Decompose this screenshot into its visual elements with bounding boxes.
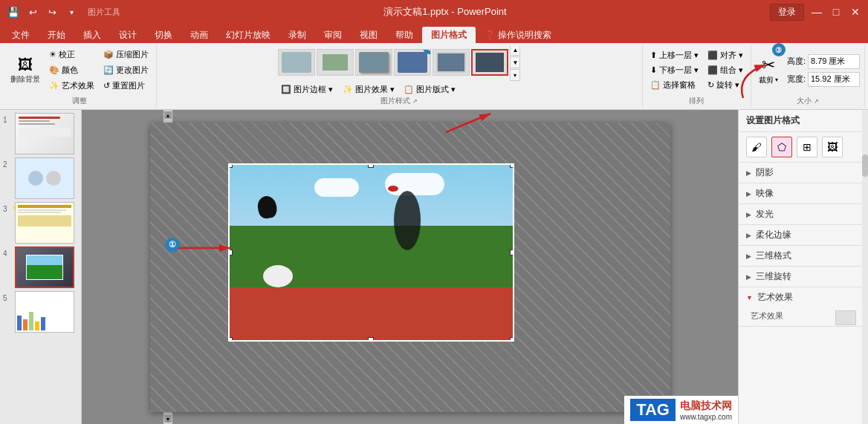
tab-picture-format[interactable]: 图片格式 — [422, 27, 476, 43]
scroll-up[interactable]: ▲ — [164, 111, 172, 119]
pic-style-thumb-4[interactable]: ② — [394, 49, 431, 76]
slide-img-3[interactable] — [15, 202, 74, 244]
customize-icon[interactable]: ▾ — [64, 4, 79, 19]
pic-border-button[interactable]: 🔲 图片边框 ▾ — [278, 82, 336, 94]
slide-thumb-5[interactable]: 5 — [3, 291, 78, 333]
pic-style-thumb-2[interactable] — [317, 49, 354, 76]
format-icon-paint[interactable]: 🖌 — [746, 137, 767, 157]
section-reflection-header[interactable]: ▶ 映像 — [739, 183, 868, 203]
login-button[interactable]: 登录 — [770, 4, 804, 21]
selection-pane-button[interactable]: 📋 选择窗格 — [647, 78, 702, 92]
section-art-effect[interactable]: ▼ 艺术效果 艺术效果 — [739, 287, 868, 327]
handle-br[interactable] — [510, 337, 514, 342]
pic-style-thumb-6[interactable] — [471, 49, 508, 76]
pic-effect-button[interactable]: ✨ 图片效果 ▾ — [340, 82, 398, 94]
tab-file[interactable]: 文件 — [3, 27, 39, 43]
handle-bm[interactable] — [368, 337, 374, 342]
section-3d-rotation-header[interactable]: ▶ 三维旋转 — [739, 267, 868, 287]
remove-bg-button[interactable]: 🖼 删除背景 — [7, 55, 43, 86]
slide-img-1[interactable] — [15, 113, 74, 154]
art-effect-button[interactable]: ✨ 艺术效果 — [46, 79, 97, 93]
tab-review[interactable]: 审阅 — [315, 27, 351, 43]
slide-thumb-1[interactable]: 1 — [3, 113, 78, 154]
scroll-down[interactable]: ▼ — [164, 415, 172, 423]
tab-transition[interactable]: 切换 — [146, 27, 181, 43]
section-art-effect-header[interactable]: ▼ 艺术效果 — [739, 287, 868, 307]
chevron-shadow: ▶ — [746, 169, 751, 177]
tab-search[interactable]: ❓ 操作说明搜索 — [476, 27, 560, 43]
section-reflection[interactable]: ▶ 映像 — [739, 183, 868, 204]
slide-img-5[interactable] — [15, 291, 74, 333]
panel-scroll-thumb[interactable] — [862, 154, 868, 177]
redo-icon[interactable]: ↪ — [45, 4, 59, 19]
rotate-button[interactable]: ↻ 旋转 ▾ — [705, 78, 746, 92]
pic-style-thumb-1[interactable] — [278, 49, 315, 76]
minimize-button[interactable]: — — [810, 5, 823, 19]
handle-mr[interactable] — [510, 249, 514, 255]
section-shadow-header[interactable]: ▶ 阴影 — [739, 163, 868, 183]
section-3d-format-header[interactable]: ▶ 三维格式 — [739, 246, 868, 266]
slide-thumb-2[interactable]: 2 — [3, 157, 78, 199]
expand-icon[interactable]: ↗ — [412, 98, 418, 105]
section-soft-edge-header[interactable]: ▶ 柔化边缘 — [739, 225, 868, 245]
undo-icon[interactable]: ↩ — [25, 4, 40, 19]
correct-button[interactable]: ☀ 校正 — [46, 48, 97, 62]
slide-img-2[interactable] — [15, 157, 74, 199]
section-glow-header[interactable]: ▶ 发光 — [739, 204, 868, 224]
section-shadow[interactable]: ▶ 阴影 — [739, 163, 868, 183]
selected-image[interactable] — [228, 163, 514, 342]
section-soft-edge[interactable]: ▶ 柔化边缘 — [739, 225, 868, 246]
tab-animation[interactable]: 动画 — [181, 27, 217, 43]
tab-insert[interactable]: 插入 — [74, 27, 110, 43]
section-3d-format[interactable]: ▶ 三维格式 — [739, 246, 868, 267]
section-3d-rotation[interactable]: ▶ 三维旋转 — [739, 267, 868, 287]
handle-tr[interactable] — [510, 163, 514, 168]
tab-home[interactable]: 开始 — [39, 27, 74, 43]
group-adjust: 🖼 删除背景 ☀ 校正 🎨 颜色 ✨ 艺术效果 📦 压缩图片 — [3, 45, 157, 108]
tab-help[interactable]: 帮助 — [386, 27, 422, 43]
pic-style-gallery: ② ▲ ▼ ▾ — [278, 46, 520, 81]
pic-style-thumb-5[interactable] — [433, 49, 470, 76]
slide-panel[interactable]: 1 2 3 ★ — [0, 110, 82, 424]
handle-bl[interactable] — [228, 337, 233, 342]
gallery-more[interactable]: ▾ — [510, 69, 520, 81]
reset-pic-button[interactable]: ↺ 重置图片 — [100, 79, 152, 93]
gallery-up[interactable]: ▲ — [510, 46, 520, 56]
slide-thumb-4[interactable]: 4 — [3, 247, 78, 288]
move-down-button[interactable]: ⬇ 下移一层 ▾ — [647, 63, 702, 77]
group-button[interactable]: ⬛ 组合 ▾ — [705, 63, 746, 77]
size-expand-icon[interactable]: ↗ — [814, 98, 819, 105]
move-up-button[interactable]: ⬆ 上移一层 ▾ — [647, 48, 702, 62]
format-icon-shape[interactable]: ⬠ — [771, 137, 792, 157]
watermark-main: 电脑技术网 — [680, 399, 732, 413]
restore-button[interactable]: □ — [829, 5, 843, 19]
tab-view[interactable]: 视图 — [351, 27, 386, 43]
pic-layout-button[interactable]: 📋 图片版式 ▾ — [401, 82, 459, 94]
art-effect-picker[interactable] — [835, 310, 856, 325]
width-input[interactable] — [808, 72, 860, 87]
tab-record[interactable]: 录制 — [279, 27, 315, 43]
panel-scrollbar[interactable] — [862, 110, 868, 424]
height-input[interactable] — [808, 54, 860, 69]
slide-num-3: 3 — [3, 202, 12, 213]
format-icon-image[interactable]: 🖼 — [822, 137, 843, 157]
align-button[interactable]: ⬛ 对齐 ▾ — [705, 48, 746, 62]
gallery-down[interactable]: ▼ — [510, 56, 520, 68]
handle-tl[interactable] — [228, 163, 233, 168]
close-button[interactable]: ✕ — [849, 5, 862, 19]
crop-dropdown-icon[interactable]: ▾ — [775, 76, 778, 83]
tab-slideshow[interactable]: 幻灯片放映 — [217, 27, 279, 43]
gallery-nav: ▲ ▼ ▾ — [510, 46, 520, 81]
section-glow[interactable]: ▶ 发光 — [739, 204, 868, 225]
pic-style-thumb-3[interactable] — [355, 49, 392, 76]
save-icon[interactable]: 💾 — [6, 4, 21, 19]
slide-thumb-3[interactable]: 3 ★ — [3, 202, 78, 244]
crop-button[interactable]: ✂ 裁剪 ▾ — [756, 54, 781, 87]
change-pic-button[interactable]: 🔄 更改图片 — [100, 63, 152, 77]
handle-tm[interactable] — [368, 163, 374, 168]
color-button[interactable]: 🎨 颜色 — [46, 63, 97, 77]
slide-img-4[interactable] — [15, 247, 74, 288]
tab-design[interactable]: 设计 — [110, 27, 146, 43]
format-icon-grid[interactable]: ⊞ — [797, 137, 817, 157]
compress-button[interactable]: 📦 压缩图片 — [100, 48, 152, 62]
